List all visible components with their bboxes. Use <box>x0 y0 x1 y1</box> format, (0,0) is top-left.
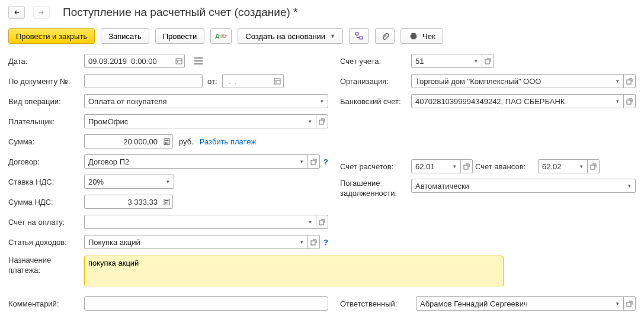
svg-rect-29 <box>485 60 489 64</box>
date-input[interactable] <box>84 54 173 68</box>
svg-rect-6 <box>194 63 203 64</box>
contract-label: Договор: <box>8 157 84 166</box>
debt-input[interactable] <box>411 179 624 193</box>
svg-point-24 <box>165 203 166 204</box>
help-icon[interactable]: ? <box>323 157 328 166</box>
org-label: Организация: <box>340 77 411 86</box>
nav-forward-button <box>33 6 50 19</box>
post-and-close-button[interactable]: Провести и закрыть <box>8 28 95 44</box>
svg-point-23 <box>168 202 169 203</box>
open-icon[interactable] <box>624 296 636 311</box>
calculator-icon[interactable] <box>161 134 173 149</box>
dropdown-icon[interactable] <box>470 54 482 68</box>
page-title: Поступление на расчетный счет (создание)… <box>63 6 298 19</box>
income-label: Статья доходов: <box>8 238 84 247</box>
svg-rect-2 <box>176 59 182 64</box>
svg-rect-34 <box>627 302 631 306</box>
open-icon[interactable] <box>308 154 320 169</box>
op-type-input[interactable] <box>84 94 316 108</box>
settle-acc-label: Счет расчетов: <box>340 162 411 171</box>
create-based-on-button[interactable]: Создать на основании▼ <box>238 28 343 44</box>
date-label: Дата: <box>8 57 84 66</box>
from-label: от: <box>207 77 217 86</box>
svg-rect-33 <box>591 165 595 169</box>
account-input[interactable] <box>411 54 470 68</box>
vat-sum-label: Сумма НДС: <box>8 198 84 206</box>
dropdown-icon[interactable] <box>612 94 624 108</box>
from-date-input[interactable] <box>222 74 272 88</box>
list-icon[interactable] <box>193 56 204 66</box>
contract-input[interactable] <box>84 154 296 169</box>
svg-rect-31 <box>627 100 631 104</box>
open-icon[interactable] <box>588 159 600 173</box>
vat-sum-input[interactable] <box>84 195 161 209</box>
comment-label: Комментарий: <box>8 299 84 308</box>
open-icon[interactable] <box>461 159 473 173</box>
org-input[interactable] <box>411 74 612 88</box>
vat-rate-input[interactable] <box>84 175 162 189</box>
svg-rect-3 <box>177 62 178 63</box>
invoice-input[interactable] <box>84 215 305 229</box>
comment-input[interactable] <box>84 296 328 311</box>
svg-point-21 <box>165 202 166 203</box>
svg-rect-27 <box>319 221 323 225</box>
dropdown-icon[interactable] <box>296 154 308 169</box>
responsible-input[interactable] <box>416 296 612 311</box>
sum-input[interactable] <box>84 134 161 149</box>
cheque-button[interactable]: Чек <box>401 28 443 44</box>
attach-button[interactable] <box>375 28 395 44</box>
svg-rect-18 <box>311 160 315 164</box>
svg-point-15 <box>165 143 166 144</box>
svg-rect-4 <box>194 57 203 59</box>
svg-rect-1 <box>360 37 363 39</box>
svg-rect-0 <box>355 33 358 35</box>
open-icon[interactable] <box>624 74 636 88</box>
svg-rect-32 <box>464 165 468 169</box>
open-icon[interactable] <box>316 215 328 229</box>
open-icon[interactable] <box>482 54 494 68</box>
svg-rect-11 <box>165 140 169 141</box>
sum-label: Сумма: <box>8 137 84 146</box>
settle-acc-input[interactable] <box>411 159 449 173</box>
dropdown-icon[interactable] <box>296 235 308 249</box>
doc-num-label: По документу №: <box>8 77 84 86</box>
calendar-icon[interactable] <box>272 74 284 88</box>
open-icon[interactable] <box>624 94 636 108</box>
income-input[interactable] <box>84 235 296 249</box>
calculator-icon[interactable] <box>161 195 173 209</box>
dropdown-icon[interactable] <box>576 159 588 173</box>
help-icon[interactable]: ? <box>323 238 328 247</box>
svg-rect-28 <box>311 241 315 245</box>
open-icon[interactable] <box>316 114 328 128</box>
purpose-textarea[interactable]: покупка акций <box>84 256 504 286</box>
structure-button[interactable] <box>349 28 369 44</box>
dropdown-icon[interactable] <box>612 74 624 88</box>
dropdown-icon[interactable] <box>305 114 316 128</box>
split-payment-link[interactable]: Разбить платеж <box>200 137 256 146</box>
invoice-label: Счет на оплату: <box>8 218 84 227</box>
bank-input[interactable] <box>411 94 612 108</box>
svg-point-13 <box>166 141 168 143</box>
open-icon[interactable] <box>308 235 320 249</box>
svg-rect-5 <box>194 60 203 62</box>
payer-label: Плательщик: <box>8 117 84 126</box>
dropdown-icon[interactable] <box>624 179 636 193</box>
dt-kt-button[interactable]: ДтКт <box>210 28 232 44</box>
payer-input[interactable] <box>84 114 305 128</box>
svg-rect-20 <box>165 200 169 201</box>
responsible-label: Ответственный: <box>340 299 416 308</box>
calendar-icon[interactable] <box>173 54 185 68</box>
doc-num-input[interactable] <box>84 74 203 88</box>
dropdown-icon[interactable] <box>449 159 461 173</box>
post-button[interactable]: Провести <box>155 28 205 44</box>
dropdown-icon[interactable] <box>316 94 328 108</box>
write-button[interactable]: Записать <box>101 28 149 44</box>
dropdown-icon[interactable] <box>612 296 624 311</box>
printer-icon <box>408 31 419 41</box>
advance-acc-input[interactable] <box>538 159 576 173</box>
nav-back-button[interactable] <box>8 6 25 19</box>
dropdown-icon[interactable] <box>305 215 316 229</box>
dropdown-icon[interactable] <box>162 175 174 189</box>
svg-rect-7 <box>274 79 280 84</box>
svg-rect-8 <box>275 82 277 83</box>
